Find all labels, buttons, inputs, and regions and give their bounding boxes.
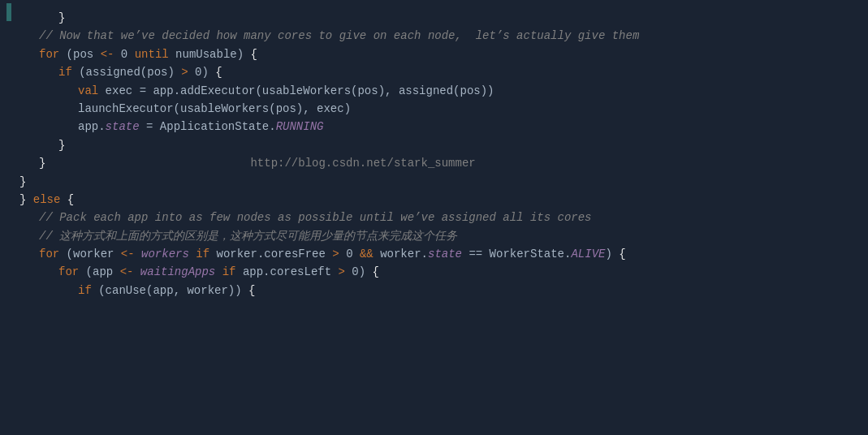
code-line: launchExecutor(usableWorkers(pos), exec) (0, 100, 868, 118)
code-line: } http://blog.csdn.net/stark_summer (0, 154, 868, 172)
line-content: } (19, 173, 862, 191)
line-content: // 这种方式和上面的方式的区别是，这种方式尽可能用少量的节点来完成这个任务 (19, 227, 862, 245)
line-content: // Now that we’ve decided how many cores… (19, 27, 862, 45)
code-token-plain: app.coresLeft (236, 265, 339, 278)
line-content: if (canUse(app, worker)) { (19, 282, 862, 299)
code-token-kw: else (33, 193, 61, 206)
code-token-kw: for (39, 248, 59, 261)
code-token-arrow: <- (121, 248, 135, 261)
code-token-kw: val (78, 84, 98, 97)
code-line: for (app <- waitingApps if app.coresLeft… (0, 263, 868, 281)
code-token-sym: } (58, 11, 65, 24)
code-editor: }// Now that we’ve decided how many core… (0, 0, 868, 435)
code-token-kw: if (196, 248, 209, 261)
code-token-comment: // 这种方式和上面的方式的区别是，这种方式尽可能用少量的节点来完成这个任务 (39, 230, 457, 243)
code-line: for (pos <- 0 until numUsable) { (0, 45, 868, 63)
code-token-bool-op: && (360, 248, 374, 261)
code-line: // 这种方式和上面的方式的区别是，这种方式尽可能用少量的节点来完成这个任务 (0, 227, 868, 245)
code-line: if (assigned(pos) > 0) { (0, 63, 868, 81)
code-token-comment: // Now that we’ve decided how many cores… (39, 29, 639, 42)
code-line: } else { (0, 191, 868, 209)
line-content: for (app <- waitingApps if app.coresLeft… (19, 263, 862, 281)
line-content: // Pack each app into as few nodes as po… (19, 209, 862, 226)
line-content: } (19, 136, 862, 154)
code-line: // Pack each app into as few nodes as po… (0, 209, 868, 226)
code-token-const: ALIVE (571, 248, 605, 261)
code-token-plain: (assigned(pos) (72, 66, 181, 79)
line-content: } else { (19, 191, 862, 209)
code-token-plain: 0 (339, 248, 360, 261)
line-content: for (worker <- workers if worker.coresFr… (19, 245, 862, 263)
code-token-sym: } (19, 193, 33, 206)
code-token-sym: { (60, 193, 74, 206)
code-token-kw: if (222, 265, 236, 278)
code-token-plain: == WorkerState. (462, 248, 571, 261)
line-content: } http://blog.csdn.net/stark_summer (19, 154, 862, 172)
code-token-field: workers (141, 248, 189, 261)
code-line: } (0, 136, 868, 154)
code-token-plain: exec = app.addExecutor(usableWorkers(pos… (98, 84, 494, 97)
code-line: val exec = app.addExecutor(usableWorkers… (0, 82, 868, 100)
code-token-sym: } (19, 175, 26, 188)
code-token-arrow: <- (101, 48, 114, 61)
code-token-gt: > (332, 248, 339, 261)
code-line: // Now that we’ve decided how many cores… (0, 27, 868, 45)
code-token-sym: { (215, 66, 222, 79)
code-token-comment: // Pack each app into as few nodes as po… (39, 211, 592, 224)
code-token-plain (133, 265, 140, 278)
line-content: val exec = app.addExecutor(usableWorkers… (19, 82, 862, 100)
code-token-sym: } (58, 139, 65, 152)
code-line: app.state = ApplicationState.RUNNING (0, 118, 868, 136)
code-token-sym: { (248, 284, 255, 297)
line-content: if (assigned(pos) > 0) { (19, 63, 862, 81)
code-token-gt: > (181, 66, 188, 79)
code-token-const: RUNNING (276, 120, 324, 133)
code-token-plain: launchExecutor(usableWorkers(pos), exec) (78, 102, 351, 115)
code-token-plain: = ApplicationState. (140, 120, 276, 133)
code-token-plain: 0) (188, 66, 216, 79)
code-token-plain (215, 265, 222, 278)
code-token-plain: (app (79, 265, 119, 278)
code-token-field: state (428, 248, 462, 261)
code-token-sym: { (251, 48, 257, 61)
code-token-plain: 0 (114, 48, 134, 61)
code-token-field: waitingApps (140, 265, 215, 278)
code-token-kw: for (39, 48, 59, 61)
line-content: launchExecutor(usableWorkers(pos), exec) (19, 100, 862, 118)
code-token-gt: > (339, 265, 345, 278)
code-token-plain: app. (78, 120, 106, 133)
code-token-kw: for (58, 265, 79, 278)
code-token-plain (135, 248, 141, 261)
code-token-arrow: <- (120, 265, 134, 278)
code-line: for (worker <- workers if worker.coresFr… (0, 245, 868, 263)
code-token-kw: until (135, 48, 169, 61)
code-token-field: state (106, 120, 140, 133)
line-gutter-marker (6, 3, 11, 21)
code-token-plain: worker. (374, 248, 428, 261)
code-token-plain: worker.coresFree (209, 248, 332, 261)
code-line: } (0, 173, 868, 191)
code-token-sym: { (619, 248, 625, 261)
code-token-sym: { (373, 265, 379, 278)
line-content: app.state = ApplicationState.RUNNING (19, 118, 862, 136)
code-token-plain: 0) (345, 265, 373, 278)
code-token-kw: if (58, 66, 72, 79)
line-content: for (pos <- 0 until numUsable) { (19, 45, 862, 63)
watermark-url: http://blog.csdn.net/stark_summer (45, 157, 475, 170)
code-token-plain: numUsable) (169, 48, 251, 61)
code-line: if (canUse(app, worker)) { (0, 282, 868, 299)
code-token-plain: (pos (59, 48, 100, 61)
code-token-plain: (canUse(app, worker)) (92, 284, 248, 297)
code-line: } (0, 3, 868, 27)
code-token-plain: (worker (59, 248, 121, 261)
code-token-kw: if (78, 284, 92, 297)
line-content: } (19, 9, 862, 27)
code-token-plain: ) (605, 248, 619, 261)
